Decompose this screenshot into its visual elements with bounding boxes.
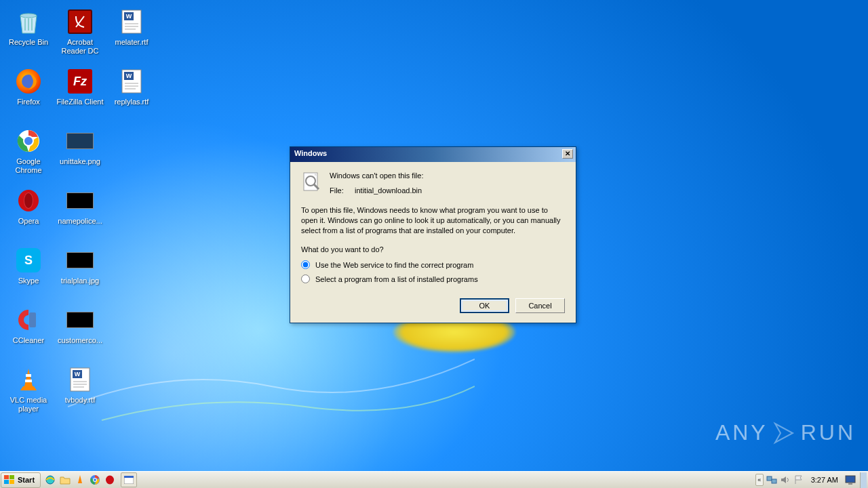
ql-explorer[interactable] (58, 473, 72, 487)
skype-icon: S (16, 248, 41, 272)
window-icon (124, 476, 134, 484)
opera-small-icon (105, 475, 115, 485)
watermark-left: ANY (715, 420, 768, 445)
file-label: File: (330, 186, 353, 195)
dialog-title-text: Windows (294, 149, 327, 157)
rtf-file-icon: W (121, 9, 142, 35)
radio-list-label: Select a program from a list of installe… (315, 275, 478, 283)
file-search-icon (301, 171, 323, 193)
icon-label: Recycle Bin (9, 38, 48, 47)
desktop[interactable]: Recycle Bin Firefox Google Chrome Opera … (0, 0, 868, 471)
start-label: Start (18, 476, 35, 484)
radio-option-list[interactable]: Select a program from a list of installe… (301, 274, 565, 283)
ql-ie[interactable] (43, 473, 57, 487)
dialog-body: Windows can't open this file: File: inti… (290, 162, 576, 323)
radio-option-web[interactable]: Use the Web service to find the correct … (301, 260, 565, 269)
icon-label: tvbody.rtf (65, 396, 95, 405)
svg-point-43 (106, 476, 114, 485)
image-thumb-icon (66, 312, 94, 328)
icon-label: VLC media player (4, 396, 53, 413)
ie-icon (45, 474, 56, 485)
desktop-icons: Recycle Bin Firefox Google Chrome Opera … (3, 3, 157, 420)
watermark-right: RUN (801, 420, 856, 445)
desktop-icon-trialplan[interactable]: trialplan.jpg (54, 244, 106, 298)
svg-rect-3 (31, 18, 33, 30)
tray-network-icon[interactable] (766, 474, 777, 485)
ql-chrome[interactable] (88, 473, 102, 487)
icon-label: trialplan.jpg (61, 277, 99, 285)
desktop-icon-customerco[interactable]: customerco... (54, 304, 106, 358)
desktop-icon-chrome[interactable]: Google Chrome (3, 125, 54, 179)
windows-flag-icon (4, 475, 15, 485)
icon-label: unittake.png (60, 157, 100, 166)
svg-rect-13 (25, 380, 32, 382)
svg-rect-47 (772, 479, 776, 483)
desktop-icon-tvbody[interactable]: W tvbody.rtf (54, 363, 106, 418)
watermark: ANY RUN (715, 420, 856, 445)
ok-button[interactable]: OK (460, 298, 509, 313)
desktop-icon-firefox[interactable]: Firefox (3, 65, 54, 119)
open-with-dialog: Windows ✕ Windows can't open this file: … (290, 146, 576, 323)
chrome-small-icon (90, 474, 100, 485)
desktop-icon-namepolice[interactable]: namepolice... (54, 184, 106, 239)
dialog-description: To open this file, Windows needs to know… (301, 205, 565, 236)
firefox-icon (16, 69, 41, 94)
acrobat-icon (68, 9, 92, 34)
taskbar: Start « 3:27 AM (0, 471, 868, 488)
desktop-icon-replylas[interactable]: W replylas.rtf (106, 65, 157, 119)
tray-monitor-icon[interactable] (845, 474, 856, 485)
image-thumb-icon (66, 133, 94, 149)
taskbar-task-dialog[interactable] (121, 472, 137, 487)
svg-rect-48 (846, 476, 855, 483)
ql-opera[interactable] (103, 473, 117, 487)
svg-text:W: W (126, 13, 132, 20)
radio-web-input[interactable] (301, 260, 310, 269)
dialog-titlebar[interactable]: Windows ✕ (290, 147, 576, 162)
svg-rect-37 (4, 480, 9, 484)
dialog-heading: Windows can't open this file: (330, 171, 565, 180)
svg-rect-36 (9, 475, 14, 479)
rtf-file-icon: W (121, 68, 142, 94)
desktop-icon-melater[interactable]: W melater.rtf (106, 5, 157, 60)
play-icon (772, 421, 797, 445)
system-tray: « 3:27 AM (755, 472, 868, 488)
svg-text:W: W (126, 73, 132, 79)
icon-label: CCleaner (13, 336, 44, 345)
image-thumb-icon (66, 192, 94, 209)
desktop-icon-recycle-bin[interactable]: Recycle Bin (3, 5, 54, 60)
close-button[interactable]: ✕ (562, 149, 573, 159)
desktop-icon-unittake[interactable]: unittake.png (54, 125, 106, 179)
opera-icon (17, 189, 40, 212)
svg-rect-35 (4, 475, 9, 479)
filezilla-icon: Fz (68, 69, 92, 94)
desktop-icon-acrobat[interactable]: Acrobat Reader DC (54, 5, 106, 60)
svg-rect-11 (29, 312, 36, 327)
desktop-icon-filezilla[interactable]: Fz FileZilla Client (54, 65, 106, 119)
svg-text:W: W (75, 371, 81, 378)
tray-flag-icon[interactable] (793, 474, 804, 485)
radio-list-input[interactable] (301, 274, 310, 283)
svg-point-10 (24, 193, 33, 208)
ql-vlc[interactable] (73, 473, 87, 487)
desktop-icon-vlc[interactable]: VLC media player (3, 363, 54, 418)
start-button[interactable]: Start (1, 472, 41, 488)
svg-point-42 (94, 479, 96, 481)
chrome-icon (16, 129, 41, 153)
tray-clock[interactable]: 3:27 AM (807, 476, 842, 484)
dialog-question: What do you want to do? (301, 245, 565, 253)
vlc-small-icon (75, 474, 85, 485)
desktop-icon-ccleaner[interactable]: CCleaner (3, 304, 54, 358)
desktop-icon-opera[interactable]: Opera (3, 184, 54, 239)
tray-expand[interactable]: « (755, 474, 764, 486)
folder-icon (60, 475, 71, 485)
show-desktop-button[interactable] (860, 472, 867, 488)
tray-volume-icon[interactable] (780, 474, 791, 485)
svg-point-0 (20, 14, 37, 18)
cancel-button[interactable]: Cancel (515, 298, 565, 313)
svg-rect-38 (9, 480, 14, 484)
file-name: intitial_download.bin (355, 186, 422, 195)
rtf-file-icon: W (69, 367, 91, 392)
desktop-icon-skype[interactable]: S Skype (3, 244, 54, 298)
svg-rect-1 (24, 18, 26, 30)
svg-rect-2 (28, 18, 29, 30)
